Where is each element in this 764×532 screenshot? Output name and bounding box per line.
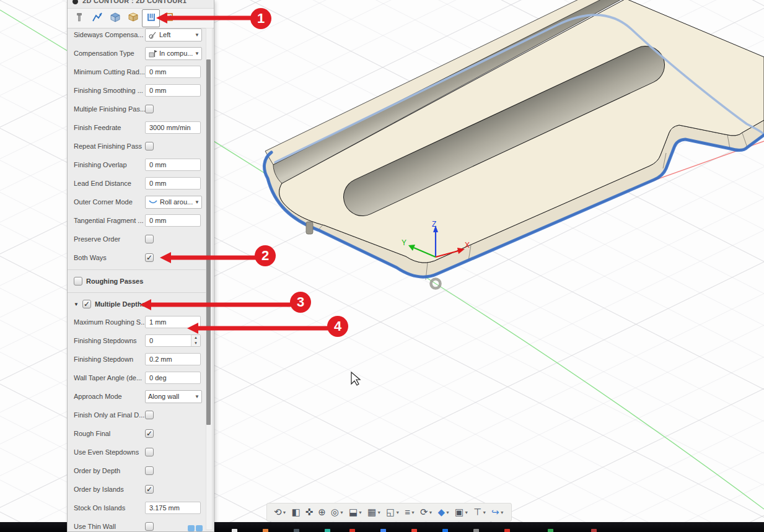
chevron-down-icon[interactable]: ▼ (482, 510, 486, 515)
parameter-label: Minimum Cutting Rad... (74, 68, 145, 76)
spinner-up-icon[interactable]: ▲ (191, 335, 200, 341)
taskbar-app-icon[interactable] (263, 529, 268, 532)
triad-z-label: Z (432, 220, 436, 229)
parameter-row: Finish Feedrate3000 mm/min (74, 121, 209, 134)
taskbar-app-icon[interactable] (473, 529, 479, 532)
chevron-down-icon[interactable]: ▼ (464, 510, 468, 515)
wall-taper-angle-de-input[interactable]: 0 deg (145, 372, 201, 384)
selection-handle-stub[interactable] (306, 222, 313, 234)
use-even-stepdowns-checkbox[interactable] (145, 448, 154, 456)
finishing-overlap-input[interactable]: 0 mm (145, 159, 201, 171)
chevron-down-icon[interactable]: ▼ (395, 510, 400, 515)
dialog-title-bar[interactable]: 2D CONTOUR : 2D CONTOUR1 (68, 0, 214, 9)
toolpath-steps-button[interactable]: ≡▼ (403, 506, 417, 518)
zoom-button[interactable]: ⊕ (316, 506, 328, 518)
tab-passes[interactable] (124, 9, 142, 27)
scrollbar-thumb[interactable] (206, 59, 211, 425)
chevron-down-icon[interactable]: ▼ (429, 510, 433, 515)
windows-taskbar-left[interactable] (0, 522, 67, 532)
display-settings-button[interactable]: ⬓▼ (347, 506, 364, 518)
group-checkbox[interactable]: ✓ (82, 300, 91, 308)
windows-taskbar[interactable] (214, 522, 764, 532)
taskbar-app-icon[interactable] (380, 529, 386, 532)
parameter-label: Rough Final (74, 430, 145, 437)
parameter-row: Compensation TypeIn compu...▼ (74, 46, 209, 60)
chevron-down-icon[interactable]: ▼ (340, 510, 344, 515)
chevron-down-icon[interactable]: ▼ (446, 510, 450, 515)
chevron-down-icon[interactable]: ▼ (283, 510, 287, 515)
go-to-operation-button[interactable]: ↪▼ (490, 506, 506, 518)
tool-display-button[interactable]: ⊤▼ (472, 506, 488, 518)
chevron-down-icon[interactable]: ▼ (358, 510, 362, 515)
use-thin-wall-checkbox[interactable] (145, 522, 154, 531)
tangential-fragment-input[interactable]: 0 mm (145, 214, 201, 227)
stock-box-icon (127, 11, 139, 26)
input-value: 0 mm (149, 68, 167, 76)
tab-tool[interactable] (70, 9, 88, 27)
approach-mode-dropdown[interactable]: Along wall▼ (145, 390, 202, 403)
application-window: Z Y X ⟲▼◧✜⊕◎▼⬓▼▦▼◱▼≡▼⟳▼◆▼▣▼⊤▼↪▼ 2D CONTO… (0, 0, 764, 532)
dropdown-value: Along wall (148, 393, 193, 400)
taskbar-app-icon[interactable] (548, 529, 553, 532)
both-ways-checkbox[interactable]: ✓ (145, 253, 154, 262)
taskbar-app-icon[interactable] (504, 529, 510, 532)
outer-corner-mode-dropdown[interactable]: Roll arou...▼ (145, 196, 202, 209)
thin-wall-icon (188, 525, 203, 531)
grid-and-snaps-button[interactable]: ▦▼ (366, 506, 383, 518)
chevron-down-icon[interactable]: ▼ (500, 510, 504, 515)
order-by-islands-checkbox[interactable]: ✓ (145, 485, 154, 494)
finishing-smoothing-input[interactable]: 0 mm (145, 84, 201, 97)
taskbar-app-icon[interactable] (411, 529, 417, 532)
taskbar-app-icon[interactable] (325, 529, 330, 532)
taskbar-app-icon[interactable] (442, 529, 448, 532)
group-header-label: Roughing Passes (86, 277, 143, 285)
taskbar-app-icon[interactable] (349, 529, 355, 532)
repeat-finishing-pass-checkbox[interactable] (145, 142, 154, 150)
minimum-cutting-rad-input[interactable]: 0 mm (145, 66, 201, 78)
input-value: 0 mm (149, 161, 167, 168)
parameter-label: Finishing Overlap (74, 161, 145, 168)
orbit-button[interactable]: ⟲▼ (272, 506, 289, 518)
stock-on-islands-input[interactable]: 3.175 mm (145, 502, 201, 514)
taskbar-app-icon[interactable] (232, 529, 237, 532)
parameter-label: Sideways Compensa... (74, 31, 145, 38)
parameter-label: Stock On Islands (74, 504, 145, 512)
lead-end-distance-input[interactable]: 0 mm (145, 177, 201, 190)
order-by-depth-checkbox[interactable] (145, 466, 154, 475)
tab-linking[interactable] (160, 9, 178, 27)
group-header-multiple-depths[interactable]: ▼✓Multiple Depths (74, 299, 209, 310)
sideways-compensa-dropdown[interactable]: Left▼ (145, 28, 202, 41)
view-navigation-toolbar: ⟲▼◧✜⊕◎▼⬓▼▦▼◱▼≡▼⟳▼◆▼▣▼⊤▼↪▼ (266, 503, 512, 521)
spinner-down-icon[interactable]: ▼ (191, 341, 200, 346)
toolpath-steps-icon: ≡ (405, 507, 410, 518)
taskbar-app-icon[interactable] (591, 529, 597, 532)
chevron-down-icon[interactable]: ▼ (411, 510, 415, 515)
multiple-finishing-pas-checkbox[interactable] (145, 105, 154, 113)
finish-feedrate-input[interactable]: 3000 mm/min (145, 121, 201, 134)
tab-geometry[interactable] (88, 9, 106, 27)
stock-display-button[interactable]: ◆▼ (436, 506, 451, 518)
machine-display-button[interactable]: ▣▼ (453, 506, 470, 518)
tab-heights[interactable] (106, 9, 124, 27)
collapse-triangle-icon[interactable]: ▼ (74, 302, 79, 307)
go-to-operation-icon: ↪ (491, 507, 499, 518)
compensation-type-dropdown[interactable]: In compu...▼ (145, 47, 202, 60)
chevron-down-icon[interactable]: ▼ (377, 510, 381, 515)
zoom-window-button[interactable]: ◎▼ (329, 506, 346, 518)
linking-icon (163, 11, 175, 26)
group-header-roughing-passes[interactable]: Roughing Passes (74, 276, 209, 287)
regenerate-button[interactable]: ⟳▼ (418, 506, 435, 518)
pan-button[interactable]: ✜ (304, 506, 315, 518)
rough-final-checkbox[interactable]: ✓ (145, 429, 154, 438)
maximum-roughing-s-input[interactable]: 1 mm (145, 316, 201, 328)
display-settings-icon: ⬓ (349, 507, 358, 518)
preserve-order-checkbox[interactable] (145, 235, 154, 243)
group-checkbox[interactable] (74, 277, 82, 286)
viewports-button[interactable]: ◱▼ (384, 506, 402, 518)
panel-scrollbar[interactable] (206, 28, 213, 530)
taskbar-app-icon[interactable] (294, 529, 299, 532)
finishing-stepdown-input[interactable]: 0.2 mm (145, 353, 201, 365)
tab-passes-active[interactable] (142, 9, 160, 27)
look-at-button[interactable]: ◧ (290, 506, 302, 518)
finish-only-at-final-d-checkbox[interactable] (145, 411, 154, 419)
